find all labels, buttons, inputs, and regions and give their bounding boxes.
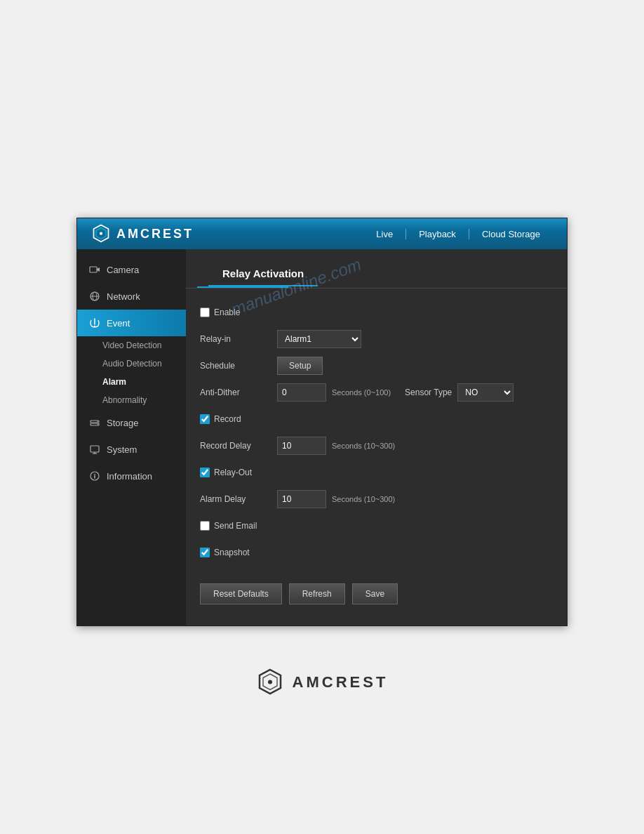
sidebar-item-camera[interactable]: Camera xyxy=(77,256,186,283)
relay-in-row: Relay-in Alarm1 Alarm2 Alarm3 xyxy=(200,329,553,349)
right-panel: manualonline.com Relay Activation xyxy=(186,249,567,626)
info-icon xyxy=(88,470,101,482)
anti-dither-input[interactable] xyxy=(277,383,326,402)
panel-title: Relay Activation xyxy=(208,256,318,286)
system-icon xyxy=(88,443,101,456)
sidebar-sub-abnormality[interactable]: Abnormality xyxy=(77,391,186,409)
top-nav: AMCREST Live Playback Cloud Storage xyxy=(77,218,567,249)
title-underline xyxy=(197,286,288,288)
bottom-logo-text: AMCREST xyxy=(293,673,389,691)
bottom-logo-icon xyxy=(256,668,284,696)
camera-icon xyxy=(88,263,101,276)
sensor-type-select[interactable]: NO NC xyxy=(457,383,514,402)
svg-rect-13 xyxy=(90,446,99,452)
record-delay-hint: Seconds (10~300) xyxy=(332,442,395,450)
record-delay-input[interactable] xyxy=(277,437,326,455)
ui-container: AMCREST Live Playback Cloud Storage xyxy=(76,218,568,626)
enable-row: Enable xyxy=(200,303,553,322)
svg-point-18 xyxy=(94,474,95,475)
enable-label[interactable]: Enable xyxy=(200,307,240,317)
relay-in-label: Relay-in xyxy=(200,334,277,344)
snapshot-checkbox[interactable] xyxy=(200,548,210,557)
snapshot-label[interactable]: Snapshot xyxy=(200,548,250,557)
schedule-label: Schedule xyxy=(200,361,277,371)
anti-dither-label: Anti-Dither xyxy=(200,388,277,397)
logo-area: AMCREST xyxy=(91,224,363,244)
anti-dither-row: Anti-Dither Seconds (0~100) Sensor Type … xyxy=(200,383,553,402)
relay-out-row: Relay-Out xyxy=(200,463,553,482)
bottom-buttons: Reset Defaults Refresh Save xyxy=(200,576,553,611)
sidebar-label-information: Information xyxy=(107,471,152,482)
network-icon xyxy=(88,290,101,303)
record-delay-row: Record Delay Seconds (10~300) xyxy=(200,436,553,456)
nav-live[interactable]: Live xyxy=(363,229,405,239)
sensor-type-label: Sensor Type xyxy=(405,388,452,397)
main-content: Camera Network xyxy=(77,249,567,626)
relay-out-label[interactable]: Relay-Out xyxy=(200,468,252,477)
alarm-delay-label: Alarm Delay xyxy=(200,494,277,504)
sidebar-label-network: Network xyxy=(107,291,140,302)
send-email-label[interactable]: Send Email xyxy=(200,521,257,531)
sidebar-label-event: Event xyxy=(107,318,130,329)
sidebar-item-network[interactable]: Network xyxy=(77,283,186,310)
panel-title-wrapper: Relay Activation xyxy=(186,249,567,289)
record-label[interactable]: Record xyxy=(200,414,241,424)
relay-out-checkbox[interactable] xyxy=(200,468,210,477)
svg-marker-4 xyxy=(97,267,100,272)
form-area: Enable Relay-in Alarm1 Alarm2 Alarm3 xyxy=(186,296,567,626)
send-email-checkbox[interactable] xyxy=(200,521,210,531)
svg-rect-3 xyxy=(90,267,97,272)
storage-icon xyxy=(88,416,101,429)
sidebar-sub-audio-detection[interactable]: Audio Detection xyxy=(77,355,186,373)
snapshot-row: Snapshot xyxy=(200,543,553,562)
svg-point-11 xyxy=(97,421,98,422)
record-row: Record xyxy=(200,409,553,429)
sidebar-item-system[interactable]: System xyxy=(77,436,186,463)
sidebar-label-storage: Storage xyxy=(107,418,139,428)
page-wrapper: AMCREST Live Playback Cloud Storage xyxy=(0,14,644,696)
schedule-row: Schedule Setup xyxy=(200,356,553,376)
alarm-delay-input[interactable] xyxy=(277,490,326,508)
sidebar-label-system: System xyxy=(107,444,137,455)
sidebar: Camera Network xyxy=(77,249,186,626)
svg-point-2 xyxy=(100,232,102,235)
nav-playback[interactable]: Playback xyxy=(405,229,469,239)
amcrest-logo-icon xyxy=(91,224,111,244)
refresh-button[interactable]: Refresh xyxy=(289,583,345,604)
bottom-logo: AMCREST xyxy=(256,668,389,696)
svg-point-12 xyxy=(97,424,98,425)
anti-dither-hint: Seconds (0~100) xyxy=(332,388,391,397)
sidebar-sub-alarm[interactable]: Alarm xyxy=(77,373,186,391)
sidebar-item-event[interactable]: Event xyxy=(77,310,186,336)
sidebar-item-storage[interactable]: Storage xyxy=(77,409,186,436)
record-checkbox[interactable] xyxy=(200,414,210,424)
sidebar-item-information[interactable]: Information xyxy=(77,463,186,489)
reset-defaults-button[interactable]: Reset Defaults xyxy=(200,583,282,604)
nav-links: Live Playback Cloud Storage xyxy=(363,229,553,239)
svg-point-21 xyxy=(268,680,272,684)
nav-cloud-storage[interactable]: Cloud Storage xyxy=(469,229,553,239)
app-title: AMCREST xyxy=(116,227,194,241)
sidebar-sub-video-detection[interactable]: Video Detection xyxy=(77,336,186,355)
enable-checkbox[interactable] xyxy=(200,307,210,317)
record-delay-label: Record Delay xyxy=(200,441,277,451)
event-icon xyxy=(88,317,101,329)
save-button[interactable]: Save xyxy=(352,583,398,604)
alarm-delay-hint: Seconds (10~300) xyxy=(332,495,395,503)
send-email-row: Send Email xyxy=(200,516,553,536)
sidebar-label-camera: Camera xyxy=(107,265,139,275)
relay-in-select[interactable]: Alarm1 Alarm2 Alarm3 xyxy=(277,330,361,348)
setup-button[interactable]: Setup xyxy=(277,357,323,375)
alarm-delay-row: Alarm Delay Seconds (10~300) xyxy=(200,489,553,509)
